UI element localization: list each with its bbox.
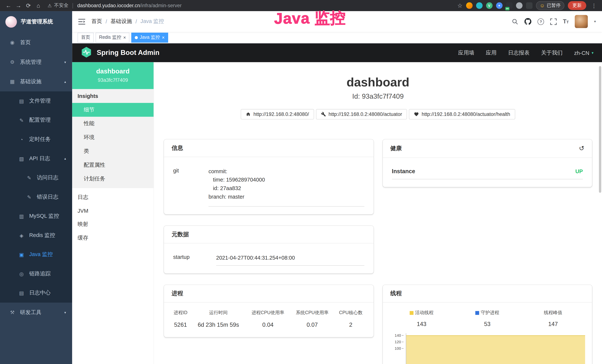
sba-nav-about[interactable]: 关于我们 bbox=[541, 49, 562, 56]
sba-item-caches[interactable]: 缓存 bbox=[72, 231, 153, 245]
locale-select[interactable]: zh-CN▾ bbox=[574, 50, 593, 56]
sidebar-item-mysql[interactable]: ▥ MySQL 监控 bbox=[0, 207, 72, 226]
menu-label: 研发工具 bbox=[20, 309, 42, 316]
sba-nav: 应用墙 应用 日志报表 关于我们 zh-CN▾ bbox=[458, 49, 593, 56]
tab-redis-monitor[interactable]: Redis 监控× bbox=[96, 32, 129, 43]
column-header: 进程CPU使用率 bbox=[246, 307, 290, 318]
home-icon[interactable]: ⌂ bbox=[34, 1, 43, 10]
close-icon[interactable]: × bbox=[162, 35, 165, 40]
instance-id: 93a3fc7f7409 bbox=[76, 77, 150, 83]
active-dot bbox=[135, 36, 138, 39]
sba-nav-applications[interactable]: 应用 bbox=[486, 49, 496, 56]
close-icon[interactable]: × bbox=[123, 35, 126, 40]
menu-label: 系统管理 bbox=[20, 59, 42, 65]
info-card: 信息 git commit: time: 1596289704000 id: 2… bbox=[164, 139, 373, 214]
chevron-up-icon: ▴ bbox=[64, 80, 66, 84]
menu-label: 日志中心 bbox=[29, 289, 51, 296]
back-icon[interactable]: ← bbox=[4, 1, 13, 10]
spring-boot-admin-logo bbox=[81, 46, 92, 59]
extension-icon-vue[interactable]: V bbox=[486, 2, 493, 9]
sba-item-jvm[interactable]: JVM bbox=[72, 204, 153, 217]
menu-label: 错误日志 bbox=[37, 193, 58, 201]
legend-label: 守护进程 bbox=[481, 310, 499, 316]
sba-item-loggers[interactable]: 日志 bbox=[72, 191, 153, 204]
infra-submenu: ▤ 文件管理 ✎ 配置管理 ◔ 定时任务 ▧ API 日志 ▴ bbox=[0, 91, 72, 303]
sidebar-item-error-log[interactable]: ✎ 错误日志 bbox=[0, 187, 72, 207]
sba-item-metrics[interactable]: 性能 bbox=[72, 117, 153, 131]
instance-links: http://192.168.0.2:48080/ http://192.168… bbox=[164, 109, 592, 119]
sba-item-config-props[interactable]: 配置属性 bbox=[72, 158, 153, 172]
sidebar-item-redis[interactable]: ◈ Redis 监控 bbox=[0, 226, 72, 245]
sba-item-scheduled-tasks[interactable]: 计划任务 bbox=[72, 172, 153, 186]
sba-brand: Spring Boot Admin bbox=[97, 49, 160, 57]
forward-icon[interactable]: → bbox=[14, 1, 23, 10]
hamburger-icon[interactable] bbox=[78, 19, 85, 24]
paused-badge[interactable]: ☺已暂停 bbox=[536, 1, 564, 10]
help-icon[interactable]: ? bbox=[538, 18, 544, 25]
wrench-icon bbox=[321, 112, 326, 117]
breadcrumb-separator: / bbox=[106, 18, 107, 24]
font-size-icon[interactable]: TT bbox=[563, 18, 569, 25]
chevron-down-icon[interactable]: ▾ bbox=[594, 20, 596, 23]
menu-dots-icon[interactable]: ⋮ bbox=[590, 2, 598, 9]
extension-icon-grid[interactable]: ✦ bbox=[496, 2, 502, 9]
sidebar-item-log-center[interactable]: ▤ 日志中心 bbox=[0, 283, 72, 303]
avatar[interactable] bbox=[575, 15, 588, 28]
sba-nav-wallboard[interactable]: 应用墙 bbox=[458, 49, 474, 56]
breadcrumb-section[interactable]: 基础设施 bbox=[110, 18, 132, 25]
instance-name: dashboard bbox=[76, 67, 150, 75]
actuator-url-button[interactable]: http://192.168.0.2:48080/actuator bbox=[316, 109, 407, 119]
health-url-button[interactable]: http://192.168.0.2:48080/actuator/health bbox=[409, 109, 515, 119]
insights-label[interactable]: Insights bbox=[72, 89, 153, 103]
sidebar-item-api-log[interactable]: ▧ API 日志 ▴ bbox=[0, 149, 72, 168]
extension-icon-fox[interactable] bbox=[466, 2, 473, 9]
process-pid: 5261 bbox=[170, 318, 191, 331]
sidebar-item-access-log[interactable]: ✎ 访问日志 bbox=[0, 168, 72, 187]
locale-label: zh-CN bbox=[574, 50, 589, 56]
menu-label: 访问日志 bbox=[37, 174, 58, 181]
sba-nav-journal[interactable]: 日志报表 bbox=[508, 49, 529, 56]
sidebar-item-infra[interactable]: ▦ 基础设施 ▴ bbox=[0, 72, 72, 91]
sidebar-item-trace[interactable]: ◎ 链路追踪 bbox=[0, 264, 72, 284]
tab-java-monitor[interactable]: Java 监控× bbox=[131, 32, 168, 43]
sba-item-environment[interactable]: 环境 bbox=[72, 130, 153, 144]
sba-item-mappings[interactable]: 映射 bbox=[72, 217, 153, 231]
update-button[interactable]: 更新 bbox=[568, 1, 586, 10]
bookmark-star-icon[interactable]: ☆ bbox=[457, 2, 462, 9]
timer-icon: ◔ bbox=[18, 137, 24, 142]
history-icon[interactable]: ↺ bbox=[579, 144, 584, 152]
sidebar-item-home[interactable]: ◉ 首页 bbox=[0, 33, 72, 52]
sidebar-item-config[interactable]: ✎ 配置管理 bbox=[0, 110, 72, 130]
sidebar-item-cron[interactable]: ◔ 定时任务 bbox=[0, 130, 72, 149]
sidebar-item-devtools[interactable]: ⚒ 研发工具 ▾ bbox=[0, 303, 72, 322]
menu-label: 文件管理 bbox=[29, 97, 51, 104]
menu-label: API 日志 bbox=[29, 155, 50, 162]
base-url-button[interactable]: http://192.168.0.2:48080/ bbox=[241, 109, 314, 119]
menu-label: Java 监控 bbox=[29, 251, 53, 258]
annotation-text: Java 监控 bbox=[274, 7, 346, 29]
health-row[interactable]: Instance UP bbox=[392, 168, 583, 179]
sba-item-details[interactable]: 细节 bbox=[72, 103, 153, 117]
sidebar-item-system[interactable]: ⚙ 系统管理 ▾ bbox=[0, 52, 72, 72]
redis-icon: ◈ bbox=[18, 233, 24, 238]
extension-icon-puzzle[interactable] bbox=[526, 2, 532, 9]
sba-item-classes[interactable]: 类 bbox=[72, 144, 153, 158]
extension-icon-feather[interactable] bbox=[516, 2, 522, 9]
chevron-down-icon: ▾ bbox=[592, 51, 593, 55]
address-bar[interactable]: ⚠ 不安全 dashboard.yudao.iocoder.cn/infra/a… bbox=[48, 2, 182, 9]
scrollbar[interactable] bbox=[599, 66, 601, 193]
cpu-cores: 2 bbox=[334, 318, 367, 331]
search-icon[interactable] bbox=[512, 18, 518, 25]
threads-card: 线程 活动线程 143 守护进程 bbox=[383, 285, 592, 364]
extension-icon-pin[interactable] bbox=[476, 2, 483, 9]
reload-icon[interactable]: ⟳ bbox=[24, 1, 33, 10]
fullscreen-icon[interactable] bbox=[550, 18, 557, 25]
instance-header[interactable]: dashboard 93a3fc7f7409 bbox=[72, 62, 153, 89]
sidebar-item-file[interactable]: ▤ 文件管理 bbox=[0, 91, 72, 111]
extension-icon-proxy[interactable] bbox=[506, 2, 512, 9]
tab-home[interactable]: 首页 bbox=[77, 32, 94, 43]
breadcrumb-home[interactable]: 首页 bbox=[91, 18, 102, 25]
app-logo-image bbox=[5, 16, 17, 28]
sidebar-item-java-monitor[interactable]: ▣ Java 监控 bbox=[0, 245, 72, 264]
github-icon[interactable] bbox=[525, 18, 531, 25]
